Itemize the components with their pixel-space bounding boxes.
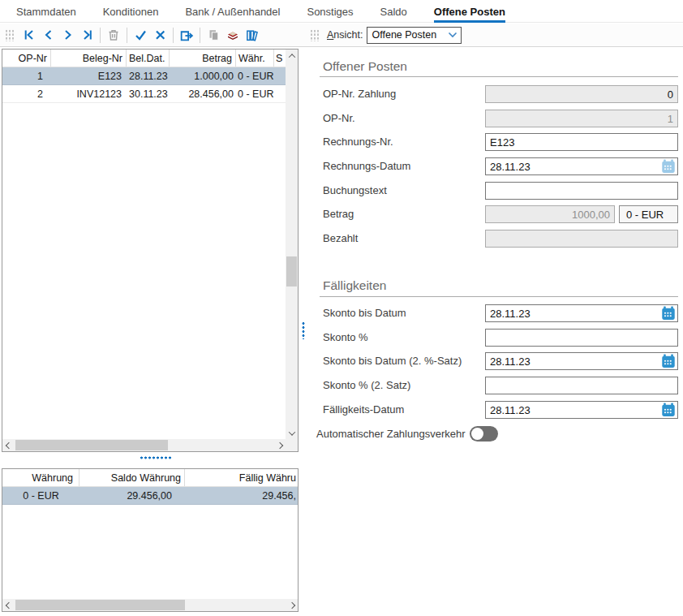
toolbar-drag-handle[interactable] — [5, 29, 15, 41]
vertical-splitter-handle[interactable] — [302, 321, 305, 339]
post-payment-icon[interactable] — [177, 27, 196, 43]
horizontal-splitter-handle[interactable] — [140, 456, 172, 459]
copy-icon[interactable] — [204, 27, 223, 43]
field-label: Skonto bis Datum (2. %-Satz) — [323, 352, 462, 370]
column-header-waehr[interactable]: Währ. — [236, 50, 274, 67]
horizontal-scrollbar[interactable] — [2, 439, 286, 451]
rechnungs-nr-input[interactable] — [485, 133, 678, 151]
cell-op-nr: 2 — [2, 85, 51, 102]
skonto-bis-datum-input[interactable] — [485, 304, 678, 322]
next-record-icon[interactable] — [58, 27, 77, 43]
op-nr-zahlung-input[interactable] — [485, 85, 678, 103]
cancel-icon[interactable] — [150, 27, 170, 43]
table-row[interactable]: 1 E123 28.11.23 1.000,00 0 - EUR — [2, 67, 286, 85]
last-record-icon[interactable] — [77, 27, 97, 43]
tab-saldo[interactable]: Saldo — [380, 0, 407, 23]
journal-icon[interactable] — [223, 27, 243, 43]
buchungstext-input[interactable] — [485, 182, 678, 200]
tab-stammdaten[interactable]: Stammdaten — [16, 0, 76, 23]
betrag-input[interactable] — [485, 205, 615, 223]
calendar-icon[interactable] — [661, 306, 676, 321]
field-row-skonto-bis-datum-2: Skonto bis Datum (2. %-Satz) — [316, 352, 683, 370]
field-label: Betrag — [323, 205, 354, 223]
column-header-saldo-waehrung[interactable]: Saldo Währung — [79, 469, 185, 486]
scroll-left-button[interactable] — [2, 599, 15, 611]
column-header-bel-dat[interactable]: Bel.Dat. — [127, 50, 170, 67]
field-label: Skonto % — [323, 329, 368, 347]
automatischer-zahlungsverkehr-toggle[interactable] — [470, 426, 498, 442]
field-row-faelligkeits-datum: Fälligkeits-Datum — [316, 401, 683, 419]
first-record-icon[interactable] — [19, 27, 38, 43]
field-row-skonto-prozent: Skonto % — [316, 329, 683, 347]
scroll-right-button[interactable] — [273, 439, 286, 451]
rechnungs-datum-input[interactable] — [485, 157, 678, 175]
tab-konditionen[interactable]: Konditionen — [103, 0, 159, 23]
op-nr-input[interactable] — [485, 110, 678, 127]
toolbar-separator — [127, 28, 127, 43]
toolbar-separator — [173, 28, 174, 43]
currency-rows: 0 - EUR 29.456,00 29.456, — [2, 487, 298, 505]
horizontal-scrollbar-thumb[interactable] — [15, 600, 185, 610]
view-select[interactable]: Offene Posten — [367, 27, 462, 44]
view-selector-drag-handle[interactable] — [310, 29, 320, 41]
tab-offene-posten[interactable]: Offene Posten — [434, 0, 505, 23]
vertical-scrollbar-thumb[interactable] — [286, 256, 297, 286]
toolbar-separator — [100, 28, 101, 43]
field-label: Rechnungs-Nr. — [323, 133, 393, 151]
horizontal-scrollbar[interactable] — [2, 599, 298, 611]
skonto-prozent-2-input[interactable] — [485, 377, 678, 394]
cell-s — [274, 67, 286, 84]
field-row-automatischer-zahlungsverkehr: Automatischer Zahlungsverkehr — [316, 424, 683, 442]
calendar-icon[interactable] — [661, 403, 676, 417]
bezahlt-input[interactable] — [485, 230, 678, 248]
field-row-betrag: Betrag 0 - EUR — [316, 205, 683, 223]
field-row-buchungstext: Buchungstext — [316, 182, 683, 200]
open-items-rows: 1 E123 28.11.23 1.000,00 0 - EUR 2 INV12… — [2, 67, 286, 103]
table-row[interactable]: 2 INV12123 30.11.23 28.456,00 0 - EUR — [2, 85, 286, 103]
betrag-currency-select[interactable]: 0 - EUR — [619, 205, 678, 223]
reports-icon[interactable] — [243, 27, 262, 43]
field-row-bezahlt: Bezahlt — [316, 230, 683, 248]
toolbar-separator — [200, 28, 200, 43]
cell-beleg-nr: E123 — [51, 67, 127, 84]
view-select-value: Offene Posten — [372, 29, 448, 41]
tab-sonstiges[interactable]: Sonstiges — [307, 0, 353, 23]
skonto-bis-datum-2-input[interactable] — [485, 352, 678, 370]
delete-icon[interactable] — [104, 27, 123, 43]
toolbar: Ansicht: Offene Posten — [0, 24, 683, 47]
vertical-scrollbar[interactable] — [286, 50, 298, 439]
column-header-waehrung[interactable]: Währung — [2, 469, 79, 486]
horizontal-scrollbar-thumb[interactable] — [15, 440, 168, 450]
column-header-s[interactable]: S — [274, 50, 286, 67]
field-row-skonto-prozent-2: Skonto % (2. Satz) — [316, 377, 683, 394]
scroll-up-button[interactable] — [286, 50, 298, 62]
open-items-table-content: OP-Nr Beleg-Nr Bel.Dat. Betrag Währ. S 1… — [2, 50, 286, 439]
calendar-icon[interactable] — [661, 354, 676, 368]
ansicht-label: Ansicht: — [327, 29, 363, 41]
field-label: Skonto bis Datum — [323, 304, 406, 322]
tab-bank-aussenhandel[interactable]: Bank / Außenhandel — [185, 0, 280, 23]
cell-waehrung: 0 - EUR — [236, 67, 274, 84]
calendar-icon[interactable] — [661, 159, 676, 174]
accept-icon[interactable] — [131, 27, 150, 43]
previous-record-icon[interactable] — [38, 27, 58, 43]
cell-betrag: 28.456,00 — [170, 85, 236, 102]
skonto-prozent-input[interactable] — [485, 329, 678, 347]
column-header-op-nr[interactable]: OP-Nr — [2, 50, 51, 67]
faelligkeits-datum-input[interactable] — [485, 401, 678, 419]
cell-waehrung: 0 - EUR — [2, 487, 79, 504]
cell-betrag: 1.000,00 — [170, 67, 236, 84]
column-header-beleg-nr[interactable]: Beleg-Nr — [51, 50, 127, 67]
field-label: Skonto % (2. Satz) — [323, 377, 410, 394]
scroll-left-button[interactable] — [2, 439, 15, 451]
column-header-faellig-waehrung[interactable]: Fällig Währu — [185, 469, 298, 486]
section-heading-faelligkeiten: Fälligkeiten — [323, 278, 386, 293]
field-label: OP-Nr. Zahlung — [323, 85, 396, 103]
column-header-betrag[interactable]: Betrag — [170, 50, 236, 67]
scroll-right-button[interactable] — [286, 599, 298, 611]
field-label: Fälligkeits-Datum — [323, 401, 404, 419]
scroll-down-button[interactable] — [286, 427, 298, 439]
currency-table-content: Währung Saldo Währung Fällig Währu 0 - E… — [2, 469, 298, 599]
scrollbar-corner — [286, 439, 298, 451]
table-row[interactable]: 0 - EUR 29.456,00 29.456, — [2, 487, 298, 505]
